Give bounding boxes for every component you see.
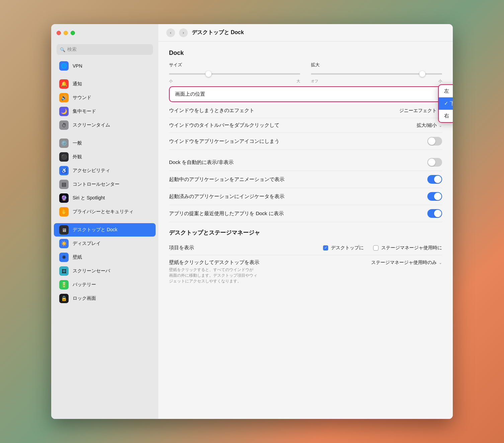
sidebar-item-lockscreen[interactable]: 🔒ロック画面: [54, 292, 156, 305]
sidebar-label-display: ディスプレイ: [73, 241, 101, 247]
click-wallpaper-row: 壁紙をクリックしてデスクトップを表示 ステージマネージャ使用時のみ ⌄ 壁紙をク…: [169, 255, 442, 288]
forward-button[interactable]: ›: [179, 28, 188, 37]
sidebar-label-screentime: スクリーンタイム: [73, 122, 110, 128]
sidebar-item-sound[interactable]: 🔊サウンド: [54, 91, 156, 104]
siri-icon: 🔮: [59, 193, 69, 203]
accessibility-icon: ♿: [59, 166, 69, 175]
content-area: Dock サイズ 小 大 拡大: [158, 41, 453, 419]
sidebar-label-general: 一般: [73, 140, 82, 146]
titlebar: [51, 24, 158, 41]
auto-hide-toggle[interactable]: [427, 158, 442, 167]
sidebar-label-wallpaper: 壁紙: [73, 254, 82, 260]
sidebar-item-siri[interactable]: 🔮Siri と Spotlight: [54, 191, 156, 205]
position-label: 画面上の位置: [175, 91, 436, 97]
maximize-button[interactable]: [71, 31, 75, 35]
desktop-section-title: デスクトップとステージマネージャ: [169, 229, 442, 237]
show-indicator-row: 起動済みのアプリケーションにインジケータを表示: [169, 188, 442, 205]
sidebar-label-desktop: デスクトップと Dock: [73, 227, 117, 233]
search-bar[interactable]: 🔍 検索: [57, 44, 153, 55]
show-indicator-toggle[interactable]: [427, 192, 442, 201]
enlarge-slider-track[interactable]: [311, 73, 442, 75]
show-recent-row: アプリの提案と最近使用したアプリを Dock に表示: [169, 205, 442, 222]
click-wallpaper-value[interactable]: ステージマネージャ使用時のみ ⌄: [371, 260, 442, 266]
sidebar-item-privacy[interactable]: ✋プライバシーとセキュリティ: [54, 205, 156, 218]
minimize-button[interactable]: [64, 31, 68, 35]
sidebar: 🔍 検索 🌐VPN🔔通知🔊サウンド🌙集中モード⏱スクリーンタイム⚙️一般⚫外観♿…: [51, 24, 158, 419]
sidebar-item-controlcenter[interactable]: ▤コントロールセンター: [54, 178, 156, 191]
screensaver-icon: 🖼: [59, 266, 69, 276]
sidebar-item-screensaver[interactable]: 🖼スクリーンセーバ: [54, 264, 156, 278]
appearance-icon: ⚫: [59, 152, 69, 162]
page-title: デスクトップと Dock: [192, 29, 244, 36]
animate-launch-toggle[interactable]: [427, 175, 442, 184]
general-icon: ⚙️: [59, 139, 69, 148]
show-items-label: 項目を表示: [169, 245, 323, 251]
sidebar-item-vpn[interactable]: 🌐VPN: [54, 59, 156, 73]
search-icon: 🔍: [60, 47, 65, 52]
position-row[interactable]: 画面上の位置 左 ✓ 下 右: [169, 86, 442, 102]
sidebar-item-battery[interactable]: 🔋バッテリー: [54, 278, 156, 291]
minimize-to-app-label: ウインドウをアプリケーションアイコンにしまう: [169, 138, 427, 145]
sidebar-label-lockscreen: ロック画面: [73, 295, 96, 301]
screentime-icon: ⏱: [59, 120, 69, 130]
enlarge-min-label: 小: [438, 79, 442, 84]
click-wallpaper-label: 壁紙をクリックしてデスクトップを表示: [169, 259, 371, 266]
auto-hide-label: Dock を自動的に表示/非表示: [169, 159, 427, 166]
desktop-checkbox[interactable]: ✓: [323, 245, 328, 251]
back-button[interactable]: ‹: [166, 28, 175, 37]
wallpaper-icon: ❋: [59, 253, 69, 262]
sidebar-label-accessibility: アクセシビリティ: [73, 168, 110, 174]
sidebar-item-general[interactable]: ⚙️一般: [54, 137, 156, 150]
show-recent-toggle[interactable]: [427, 209, 442, 218]
size-slider-track[interactable]: [169, 73, 300, 75]
focus-icon: 🌙: [59, 107, 69, 116]
sidebar-item-desktop[interactable]: 🖥デスクトップと Dock: [54, 223, 156, 237]
toggle-thumb-4: [434, 193, 441, 200]
titlebar-click-row: ウインドウのタイトルバーをダブルクリックして 拡大/縮小 ⌄: [169, 118, 442, 133]
sidebar-item-accessibility[interactable]: ♿アクセシビリティ: [54, 164, 156, 177]
sidebar-label-siri: Siri と Spotlight: [73, 195, 105, 201]
titlebar-click-value[interactable]: 拡大/縮小 ⌄: [417, 122, 442, 128]
main-titlebar: ‹ › デスクトップと Dock: [158, 24, 453, 41]
window-effect-row: ウインドウをしまうときのエフェクト ジニーエフェクト ⌄: [169, 103, 442, 118]
stage-manager-checkbox[interactable]: [373, 245, 379, 251]
window-effect-value[interactable]: ジニーエフェクト ⌄: [399, 108, 442, 114]
sidebar-item-notifications[interactable]: 🔔通知: [54, 77, 156, 91]
size-slider-thumb[interactable]: [205, 71, 212, 77]
vpn-icon: 🌐: [59, 61, 69, 71]
position-option-bottom[interactable]: ✓ 下: [439, 97, 453, 110]
toggle-thumb-5: [434, 210, 441, 217]
minimize-to-app-toggle[interactable]: [427, 137, 442, 146]
minimize-to-app-row: ウインドウをアプリケーションアイコンにしまう: [169, 133, 442, 150]
sidebar-label-vpn: VPN: [73, 63, 82, 69]
sidebar-label-notifications: 通知: [73, 81, 82, 87]
enlarge-slider-thumb[interactable]: [419, 71, 425, 77]
enlarge-label: 拡大: [311, 62, 442, 68]
close-button[interactable]: [57, 31, 61, 35]
toggle-thumb: [428, 138, 435, 145]
stage-manager-option-label: ステージマネージャ使用時に: [381, 245, 442, 251]
show-recent-label: アプリの提案と最近使用したアプリを Dock に表示: [169, 210, 427, 217]
main-panel: ‹ › デスクトップと Dock Dock サイズ 小 大: [158, 24, 453, 419]
position-option-right[interactable]: 右: [439, 110, 453, 122]
sidebar-item-screentime[interactable]: ⏱スクリーンタイム: [54, 118, 156, 132]
auto-hide-row: Dock を自動的に表示/非表示: [169, 154, 442, 171]
size-max-label: 大: [297, 79, 300, 84]
sidebar-item-focus[interactable]: 🌙集中モード: [54, 105, 156, 118]
lockscreen-icon: 🔒: [59, 294, 69, 303]
animate-launch-row: 起動中のアプリケーションをアニメーションで表示: [169, 171, 442, 188]
sidebar-label-controlcenter: コントロールセンター: [73, 181, 119, 187]
size-label: サイズ: [169, 62, 300, 68]
toggle-thumb-3: [434, 176, 441, 183]
sidebar-label-sound: サウンド: [73, 95, 91, 101]
sidebar-item-appearance[interactable]: ⚫外観: [54, 150, 156, 164]
sidebar-label-appearance: 外観: [73, 154, 82, 160]
position-option-left[interactable]: 左: [439, 85, 453, 97]
position-dropdown[interactable]: 左 ✓ 下 右: [438, 84, 453, 123]
show-items-options: ✓ デスクトップに ステージマネージャ使用時に: [323, 245, 442, 251]
sidebar-item-wallpaper[interactable]: ❋壁紙: [54, 251, 156, 264]
sidebar-label-focus: 集中モード: [73, 108, 96, 114]
dock-section-title: Dock: [169, 50, 442, 57]
show-items-row: 項目を表示 ✓ デスクトップに ステージマネージャ使用時に: [169, 241, 442, 255]
sidebar-item-display[interactable]: ☀️ディスプレイ: [54, 237, 156, 250]
